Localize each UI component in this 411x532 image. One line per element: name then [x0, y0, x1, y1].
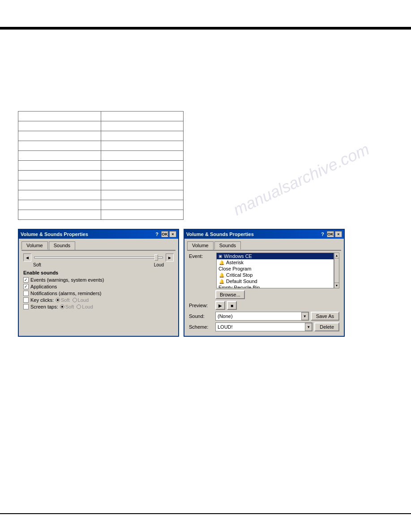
- checkbox-events-label: Events (warnings, system events): [30, 277, 104, 283]
- table-cell: [18, 161, 101, 171]
- checkbox-keyclicks[interactable]: [23, 297, 29, 303]
- table-cell: [18, 200, 101, 210]
- delete-button[interactable]: Delete: [314, 322, 339, 331]
- sound-label: Sound:: [189, 313, 214, 319]
- sounds-event-list[interactable]: ▣ Windows CE 🔔 Asterisk Close Program: [216, 253, 334, 288]
- table-cell: [101, 131, 184, 141]
- table-cell: [18, 141, 101, 151]
- bottom-bar: [0, 513, 411, 514]
- save-as-button[interactable]: Save As: [311, 312, 339, 321]
- checkbox-events-row: Events (warnings, system events): [23, 277, 174, 283]
- table-row: [18, 180, 184, 190]
- event-label-emptyrecycle: Empty Recycle Bin: [218, 285, 260, 288]
- table-row: [18, 112, 184, 121]
- dialog1-ok-button[interactable]: OK: [161, 231, 168, 237]
- checkbox-events[interactable]: [23, 277, 29, 283]
- dialog2-title: Volume & Sounds Properties: [186, 232, 321, 237]
- screen-taps-soft-radio[interactable]: [60, 305, 64, 309]
- event-item-asterisk[interactable]: 🔔 Asterisk: [217, 259, 334, 266]
- event-label-windowsce: Windows CE: [224, 253, 252, 259]
- event-icon-defaultsound: 🔔: [218, 279, 225, 284]
- event-icon-asterisk: 🔔: [218, 260, 225, 265]
- checkbox-notif-label: Notifications (alarms, reminders): [30, 291, 101, 296]
- tab-volume-2[interactable]: Volume: [187, 241, 214, 250]
- dialog-sounds: Volume & Sounds Properties ? OK × Volume…: [184, 229, 345, 337]
- table-cell: [101, 190, 184, 200]
- dialog2-titlebar-buttons: ? OK ×: [321, 231, 342, 237]
- scheme-row: Scheme: LOUD! ▼ Delete: [189, 322, 339, 331]
- screen-taps-loud[interactable]: Loud: [77, 304, 93, 309]
- slider-thumb[interactable]: [154, 254, 158, 261]
- table-row: [18, 121, 184, 131]
- enable-sounds-label: Enable sounds: [23, 270, 174, 275]
- event-label-closeprogram: Close Program: [218, 266, 251, 271]
- data-table: [18, 111, 184, 220]
- tab-sounds-2[interactable]: Sounds: [214, 241, 241, 250]
- table-cell: [101, 200, 184, 210]
- slider-left-button[interactable]: ◄: [23, 253, 31, 262]
- event-item-defaultsound[interactable]: 🔔 Default Sound: [217, 278, 334, 284]
- checkbox-apps-row: Applications: [23, 284, 174, 289]
- table-cell: [101, 161, 184, 171]
- scheme-dropdown-container[interactable]: LOUD! ▼: [215, 322, 313, 331]
- table-row: [18, 141, 184, 151]
- tab-volume[interactable]: Volume: [21, 241, 48, 250]
- event-label: Event:: [189, 253, 214, 259]
- dialog2-tabs: Volume Sounds: [187, 241, 341, 251]
- dialog1-tabs: Volume Sounds: [21, 241, 176, 251]
- key-clicks-label: Key clicks:: [30, 297, 54, 303]
- text-line-4: [18, 74, 393, 82]
- screen-taps-loud-label: Loud: [82, 304, 93, 309]
- checkbox-notif[interactable]: [23, 291, 29, 296]
- checkbox-apps[interactable]: [23, 284, 29, 289]
- event-row: Event: ▣ Windows CE 🔔 Asterisk: [189, 253, 339, 288]
- scroll-down[interactable]: ▼: [334, 283, 339, 288]
- event-item-windowsce[interactable]: ▣ Windows CE: [217, 253, 334, 259]
- dialog2-help-icon[interactable]: ?: [321, 232, 324, 237]
- screen-taps-soft[interactable]: Soft: [60, 304, 74, 309]
- dialog2-close-button[interactable]: ×: [335, 231, 342, 237]
- preview-stop-button[interactable]: ■: [227, 301, 237, 310]
- list-scrollbar[interactable]: ▲ ▼: [334, 253, 339, 288]
- scroll-up[interactable]: ▲: [334, 253, 339, 258]
- text-line-1: [18, 45, 393, 53]
- main-content: Volume & Sounds Properties ? OK × Volume…: [0, 36, 411, 510]
- volume-content: ◄ ► Soft Loud Enable sounds Events (warn…: [21, 251, 176, 313]
- sound-value: (None): [216, 313, 301, 319]
- table-cell: [101, 141, 184, 151]
- preview-play-button[interactable]: ▶: [215, 301, 225, 310]
- table-row: [18, 200, 184, 210]
- dialog1-title: Volume & Sounds Properties: [21, 232, 155, 237]
- browse-button[interactable]: Browse...: [215, 290, 245, 299]
- dialog1-help-icon[interactable]: ?: [155, 232, 158, 237]
- key-clicks-loud-radio[interactable]: [73, 298, 77, 302]
- browse-row: Browse...: [189, 290, 339, 299]
- event-label-asterisk: Asterisk: [226, 260, 244, 265]
- event-item-closeprogram[interactable]: Close Program: [217, 266, 334, 272]
- table-row: [18, 190, 184, 200]
- sound-dropdown-arrow[interactable]: ▼: [301, 312, 308, 320]
- sound-dropdown-container[interactable]: (None) ▼: [215, 312, 309, 321]
- top-bar: [0, 27, 411, 30]
- key-clicks-loud-label: Loud: [78, 297, 89, 303]
- table-row: [18, 171, 184, 180]
- event-item-emptyrecycle[interactable]: Empty Recycle Bin: [217, 284, 334, 288]
- scheme-dropdown-arrow[interactable]: ▼: [305, 323, 312, 331]
- event-item-criticalstop[interactable]: 🔔 Critical Stop: [217, 272, 334, 278]
- slider-right-button[interactable]: ►: [166, 253, 174, 262]
- key-clicks-soft-radio[interactable]: [56, 298, 60, 302]
- event-label-defaultsound: Default Sound: [226, 279, 257, 284]
- screen-taps-loud-radio[interactable]: [77, 305, 81, 309]
- dialog-volume: Volume & Sounds Properties ? OK × Volume…: [18, 229, 179, 337]
- key-clicks-soft[interactable]: Soft: [56, 297, 70, 303]
- key-clicks-loud[interactable]: Loud: [73, 297, 89, 303]
- event-list-container: ▣ Windows CE 🔔 Asterisk Close Program: [216, 253, 339, 288]
- slider-track[interactable]: [34, 257, 163, 258]
- checkbox-screentaps[interactable]: [23, 304, 29, 309]
- dialog2-ok-button[interactable]: OK: [327, 231, 334, 237]
- slider-labels: Soft Loud: [23, 262, 174, 267]
- tab-sounds-1[interactable]: Sounds: [49, 241, 75, 250]
- dialog1-close-button[interactable]: ×: [169, 231, 176, 237]
- loud-label: Loud: [154, 262, 164, 267]
- screen-taps-label: Screen taps:: [30, 304, 58, 309]
